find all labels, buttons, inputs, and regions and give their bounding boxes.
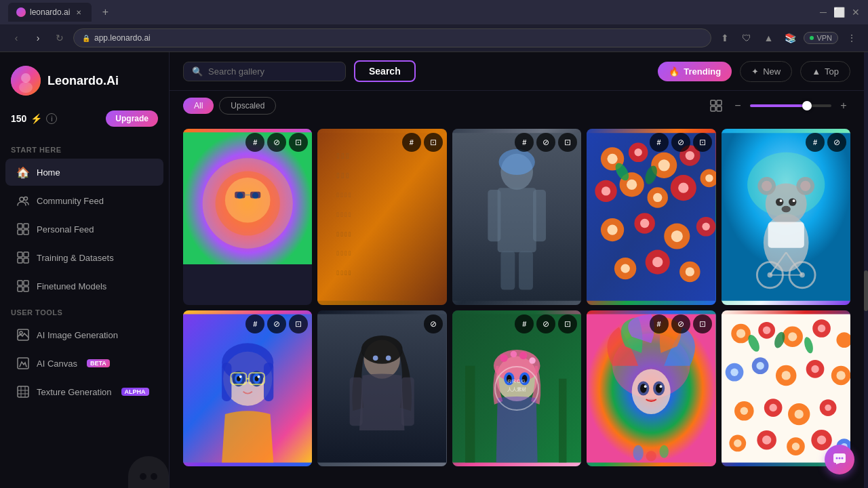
gallery-item-colorful-girl[interactable]: # ⊘ ⊡: [587, 310, 715, 466]
svg-rect-35: [717, 106, 722, 111]
close-btn[interactable]: ✕: [852, 7, 860, 18]
zoom-out-btn[interactable]: −: [731, 99, 745, 113]
search-box[interactable]: 🔍: [183, 62, 346, 81]
gallery-item-flowers[interactable]: # ⊘ ⊡: [587, 129, 715, 305]
svg-point-108: [781, 206, 790, 213]
search-input[interactable]: [208, 66, 337, 77]
no-btn-warrior[interactable]: ⊘: [536, 133, 555, 152]
svg-point-87: [671, 230, 683, 242]
no-btn-flowers[interactable]: ⊘: [671, 133, 690, 152]
remix-btn-lion[interactable]: #: [245, 133, 264, 152]
sidebar-item-community-feed[interactable]: Community Feed: [5, 187, 163, 214]
sidebar-item-personal-feed[interactable]: Personal Feed: [5, 216, 163, 243]
forward-btn[interactable]: ›: [30, 30, 46, 46]
remix-btn-hieroglyph[interactable]: #: [402, 133, 421, 152]
remix-btn-colorful-girl[interactable]: #: [650, 314, 669, 333]
sidebar-item-ai-image[interactable]: AI Image Generation: [5, 321, 163, 348]
remix-btn-warrior[interactable]: #: [515, 133, 534, 152]
top-icon: ▲: [812, 66, 821, 77]
new-button[interactable]: ✦ New: [740, 61, 792, 82]
sidebar-item-texture-label: Texture Generation: [37, 387, 112, 397]
remix-btn-flowers[interactable]: #: [650, 133, 669, 152]
search-button[interactable]: Search: [354, 60, 416, 82]
ai-canvas-icon: [16, 357, 30, 370]
svg-point-176: [817, 325, 825, 332]
svg-rect-136: [350, 378, 363, 426]
expand-btn-pink-girl[interactable]: ⊡: [558, 314, 577, 333]
expand-btn-lion[interactable]: ⊡: [289, 133, 308, 152]
gallery-image-hieroglyph: 𓀀 𓀁 𓀂 𓂀 𓃀 𓄀 𓅀 𓆀 𓇀 𓈀 𓉀 𓊀 𓋀 𓌀 𓍀 𓎀 𓏀 𓐀 𓑀 𓒀 …: [317, 129, 446, 305]
share-btn[interactable]: ⬆: [717, 30, 733, 46]
zoom-in-btn[interactable]: +: [837, 99, 850, 113]
top-button[interactable]: ▲ Top: [800, 61, 850, 82]
gallery-item-lion[interactable]: # ⊘ ⊡: [183, 129, 312, 305]
address-bar[interactable]: 🔒 app.leonardo.ai: [73, 28, 711, 47]
chat-bubble-btn[interactable]: [825, 445, 854, 474]
url-text: app.leonardo.ai: [94, 33, 151, 43]
refresh-btn[interactable]: ↻: [52, 30, 68, 46]
scrollbar-thumb[interactable]: [864, 270, 868, 311]
no-btn-koala[interactable]: ⊘: [827, 133, 846, 152]
back-btn[interactable]: ‹: [8, 30, 24, 46]
gallery-item-flowers-overlay: # ⊘ ⊡: [650, 133, 712, 152]
svg-point-89: [703, 223, 710, 230]
remix-btn-anime-girl[interactable]: #: [245, 314, 264, 333]
sidebar-item-texture[interactable]: Texture Generation ALPHA: [5, 378, 163, 405]
no-btn-dark-warrior[interactable]: ⊘: [424, 314, 443, 333]
svg-point-182: [730, 368, 738, 375]
scrollbar-track[interactable]: [864, 52, 868, 488]
logo-text: Leonardo.Ai: [47, 74, 119, 88]
vpn-label: VPN: [816, 34, 832, 42]
sidebar-item-training[interactable]: Training & Datasets: [5, 244, 163, 271]
shield-btn[interactable]: 🛡: [738, 30, 755, 46]
trending-button[interactable]: 🔥 Trending: [658, 62, 732, 81]
gallery-item-koala[interactable]: # ⊘: [722, 129, 850, 305]
info-icon[interactable]: i: [46, 113, 57, 124]
expand-btn-flowers[interactable]: ⊡: [693, 133, 712, 152]
upscaled-filter-btn[interactable]: Upscaled: [219, 97, 276, 115]
gallery-item-pink-girl[interactable]: RRCG 人人素材 # ⊘ ⊡: [452, 310, 581, 466]
no-btn-pink-girl[interactable]: ⊘: [536, 314, 555, 333]
upgrade-button[interactable]: Upgrade: [106, 110, 158, 127]
app-container: Leonardo.Ai 150 ⚡ i Upgrade Start Here 🏠…: [0, 52, 868, 488]
new-tab-btn[interactable]: +: [97, 4, 113, 20]
svg-point-167: [660, 445, 669, 458]
svg-point-63: [608, 154, 618, 164]
all-filter-btn[interactable]: All: [183, 98, 214, 114]
grid-view-btn[interactable]: [707, 96, 726, 115]
no-btn-anime-girl[interactable]: ⊘: [267, 314, 286, 333]
maximize-btn[interactable]: ⬜: [833, 7, 845, 18]
expand-btn-hieroglyph[interactable]: ⊡: [424, 133, 443, 152]
zoom-slider[interactable]: [750, 104, 831, 107]
trending-icon: 🔥: [669, 66, 679, 77]
no-btn-lion[interactable]: ⊘: [267, 133, 286, 152]
sidebar-item-finetuned-label: Finetuned Models: [37, 281, 106, 291]
expand-btn-anime-girl[interactable]: ⊡: [289, 314, 308, 333]
svg-rect-6: [24, 224, 28, 228]
texture-icon: [16, 385, 30, 399]
gallery-item-anime-girl[interactable]: # ⊘ ⊡: [183, 310, 312, 466]
svg-rect-26: [128, 476, 169, 488]
credits-count: 150: [11, 113, 26, 124]
lock-icon: 🔒: [82, 35, 90, 42]
gallery-item-floral2[interactable]: [722, 310, 850, 466]
sidebar-item-ai-canvas[interactable]: AI Canvas BETA: [5, 350, 163, 377]
sidebar-item-finetuned[interactable]: Finetuned Models: [5, 272, 163, 300]
extension-btn[interactable]: ▲: [760, 30, 776, 46]
no-btn-colorful-girl[interactable]: ⊘: [671, 314, 690, 333]
gallery-item-warrior[interactable]: # ⊘ ⊡: [452, 129, 581, 305]
remix-btn-koala[interactable]: #: [806, 133, 825, 152]
search-icon: 🔍: [192, 66, 203, 77]
remix-btn-pink-girl[interactable]: #: [515, 314, 534, 333]
tab-close-btn[interactable]: ✕: [74, 7, 83, 17]
sidebar-item-home[interactable]: 🏠 Home: [5, 159, 163, 186]
svg-rect-33: [717, 100, 722, 105]
minimize-btn[interactable]: ─: [820, 7, 827, 18]
browser-tab[interactable]: leonardo.ai ✕: [8, 3, 92, 22]
bookmark-btn[interactable]: 📚: [782, 30, 798, 46]
gallery-item-hieroglyph[interactable]: 𓀀 𓀁 𓀂 𓂀 𓃀 𓄀 𓅀 𓆀 𓇀 𓈀 𓉀 𓊀 𓋀 𓌀 𓍀 𓎀 𓏀 𓐀 𓑀 𓒀 …: [317, 129, 446, 305]
menu-btn[interactable]: ⋮: [844, 30, 860, 46]
expand-btn-colorful-girl[interactable]: ⊡: [693, 314, 712, 333]
gallery-item-dark-warrior[interactable]: ⊘: [317, 310, 446, 466]
expand-btn-warrior[interactable]: ⊡: [558, 133, 577, 152]
